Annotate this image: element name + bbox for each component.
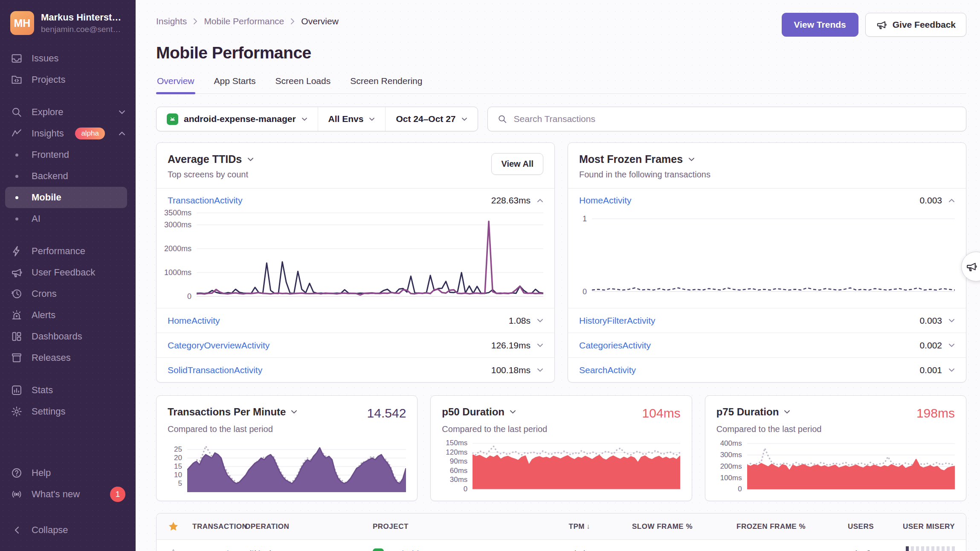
sidebar-item-explore[interactable]: Explore xyxy=(0,102,136,123)
sidebar-item-alerts[interactable]: Alerts xyxy=(0,304,136,326)
chevron-down-icon[interactable] xyxy=(948,319,955,323)
search-icon xyxy=(10,106,23,118)
chevron-up-icon[interactable] xyxy=(948,198,955,203)
view-trends-button[interactable]: View Trends xyxy=(782,13,858,37)
give-feedback-button[interactable]: Give Feedback xyxy=(865,13,966,37)
tpm-card-title[interactable]: Transactions Per Minute xyxy=(168,406,297,418)
p75-duration-card: p75 Duration 198ms Compared to the last … xyxy=(705,395,966,501)
tab-overview[interactable]: Overview xyxy=(156,76,195,93)
sidebar-item-dashboards[interactable]: Dashboards xyxy=(0,326,136,347)
most-frozen-frames-title[interactable]: Most Frozen Frames xyxy=(579,153,710,165)
sidebar-item-label: Frontend xyxy=(32,149,69,160)
sidebar-item-ai[interactable]: AI xyxy=(0,208,136,229)
user-name: Markus Hinterst… xyxy=(41,12,121,23)
sidebar-item-releases[interactable]: Releases xyxy=(0,347,136,368)
search-transactions-input[interactable] xyxy=(514,114,957,124)
app-root: MH Markus Hinterst… benjamin.coe@sent… I… xyxy=(0,0,980,551)
transaction-link[interactable]: CategoryOverviewActivity xyxy=(168,340,270,351)
p50-card-title[interactable]: p50 Duration xyxy=(442,406,516,418)
transaction-link[interactable]: HistoryFilterActivity xyxy=(579,316,655,326)
sidebar-item-insights[interactable]: Insights alpha xyxy=(0,123,136,144)
sidebar-item-whats-new[interactable]: What's new 1 xyxy=(0,484,136,505)
transaction-link[interactable]: TransactionActivity xyxy=(168,195,242,206)
chevron-down-icon[interactable] xyxy=(537,368,543,372)
breadcrumb: Insights Mobile Performance Overview xyxy=(156,13,339,26)
megaphone-icon xyxy=(966,261,977,273)
row-value: 0.003 xyxy=(919,316,942,326)
sidebar-item-crons[interactable]: Crons xyxy=(0,283,136,304)
chevron-down-icon[interactable] xyxy=(948,343,955,348)
sidebar-item-backend[interactable]: Backend xyxy=(0,165,136,187)
p50-duration-card: p50 Duration 104ms Compared to the last … xyxy=(430,395,692,501)
breadcrumb-overview: Overview xyxy=(301,16,339,26)
megaphone-icon xyxy=(876,19,887,30)
view-all-button[interactable]: View All xyxy=(491,153,543,175)
page-filter-bar: android-expense-manager All Envs Oct 24–… xyxy=(156,107,478,131)
frozen-frame-cell: 0% xyxy=(693,549,806,551)
column-operation[interactable]: Operation xyxy=(245,522,373,531)
date-range-selector[interactable]: Oct 24–Oct 27 xyxy=(385,107,477,131)
bullet-icon xyxy=(10,218,23,220)
row-value: 0.001 xyxy=(919,365,942,375)
column-user-misery[interactable]: User Misery xyxy=(874,522,955,531)
tab-app-starts[interactable]: App Starts xyxy=(213,76,257,93)
transaction-link[interactable]: SolidTransactionActivity xyxy=(168,365,262,375)
transaction-link[interactable]: HomeActivity xyxy=(168,316,220,326)
star-outline-icon[interactable] xyxy=(168,548,179,551)
row-value: 1.08s xyxy=(509,316,531,326)
column-frozen-frame[interactable]: Frozen Frame % xyxy=(693,522,806,531)
sidebar-item-help[interactable]: Help xyxy=(0,462,136,484)
sidebar-collapse[interactable]: Collapse xyxy=(0,519,136,541)
tpm-card: Transactions Per Minute 14.542 Compared … xyxy=(156,395,418,501)
chevron-down-icon[interactable] xyxy=(537,319,543,323)
sidebar-item-frontend[interactable]: Frontend xyxy=(0,144,136,165)
user-icon xyxy=(864,549,874,551)
column-slow-frame[interactable]: Slow Frame % xyxy=(590,522,693,531)
sidebar-item-label: Explore xyxy=(32,107,64,118)
environment-selector[interactable]: All Envs xyxy=(318,107,386,131)
chevron-down-icon xyxy=(369,117,375,121)
star-icon[interactable] xyxy=(168,521,179,532)
page-title: Mobile Performance xyxy=(156,44,966,62)
transaction-link[interactable]: CategoriesActivity xyxy=(579,340,651,351)
average-ttids-title[interactable]: Average TTIDs xyxy=(168,153,254,165)
project-link[interactable]: android-expense-manager xyxy=(389,549,494,551)
column-project[interactable]: Project xyxy=(373,522,518,531)
column-tpm[interactable]: TPM↓ xyxy=(518,522,590,531)
sidebar-item-settings[interactable]: Settings xyxy=(0,401,136,422)
breadcrumb-insights[interactable]: Insights xyxy=(156,16,187,26)
sidebar-item-label: Mobile xyxy=(32,192,61,203)
sidebar-item-stats[interactable]: Stats xyxy=(0,380,136,401)
tab-screen-loads[interactable]: Screen Loads xyxy=(275,76,332,93)
tpm-value: 14.542 xyxy=(367,406,406,420)
sidebar-item-mobile[interactable]: Mobile xyxy=(5,187,127,208)
project-selector[interactable]: android-expense-manager xyxy=(157,107,318,131)
whats-new-badge: 1 xyxy=(110,487,125,502)
chevron-down-icon[interactable] xyxy=(948,368,955,372)
frozen-chart-plot xyxy=(592,212,955,300)
sidebar-item-user-feedback[interactable]: User Feedback xyxy=(0,262,136,283)
table-header-row: Transaction Operation Project TPM↓ Slow … xyxy=(157,513,966,540)
p75-card-title[interactable]: p75 Duration xyxy=(716,406,791,418)
sidebar-item-label: Help xyxy=(32,467,51,478)
sidebar-item-projects[interactable]: Projects xyxy=(0,69,136,90)
sidebar-item-performance[interactable]: Performance xyxy=(0,241,136,262)
breadcrumb-mobile-performance[interactable]: Mobile Performance xyxy=(204,16,284,26)
transaction-link[interactable]: SearchActivity xyxy=(579,365,636,375)
column-transaction[interactable]: Transaction xyxy=(192,522,245,531)
column-users[interactable]: Users xyxy=(806,522,874,531)
card-subtitle: Top screens by count xyxy=(168,170,254,180)
gear-icon xyxy=(10,406,23,418)
siren-icon xyxy=(10,309,23,321)
bullet-icon xyxy=(10,154,23,157)
sidebar-item-label: Releases xyxy=(32,352,71,363)
give-feedback-label: Give Feedback xyxy=(893,20,956,30)
chevron-down-icon[interactable] xyxy=(537,343,543,348)
user-menu[interactable]: MH Markus Hinterst… benjamin.coe@sent… xyxy=(0,11,136,35)
chevron-down-icon xyxy=(119,110,125,114)
tab-screen-rendering[interactable]: Screen Rendering xyxy=(349,76,423,93)
transactions-table: Transaction Operation Project TPM↓ Slow … xyxy=(156,513,966,551)
transaction-link[interactable]: HomeActivity xyxy=(579,195,632,206)
chevron-up-icon[interactable] xyxy=(537,198,543,203)
sidebar-item-issues[interactable]: Issues xyxy=(0,48,136,69)
